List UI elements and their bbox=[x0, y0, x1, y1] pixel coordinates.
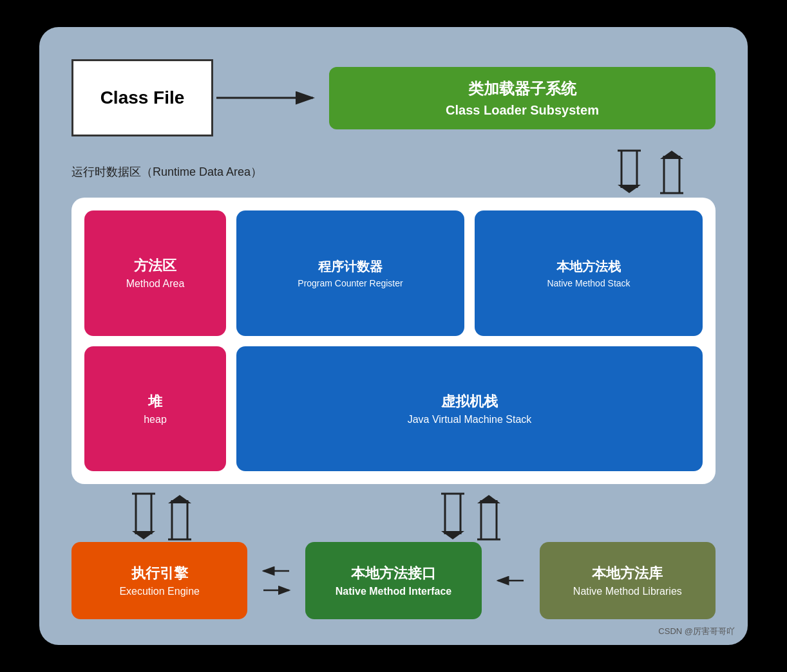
runtime-top-row: 方法区 Method Area 堆 heap 程序计数器 Program Cou… bbox=[84, 210, 703, 471]
class-file-label: Class File bbox=[100, 88, 185, 108]
native-method-stack-en: Native Method Stack bbox=[547, 278, 630, 288]
jvm-stack-zh: 虚拟机栈 bbox=[441, 392, 498, 411]
main-diagram: Class File 类加载器子系统 Class Loader Subsyste… bbox=[39, 27, 748, 645]
class-file-box: Class File bbox=[71, 59, 213, 136]
h-arrows-right bbox=[495, 542, 527, 619]
jvm-stack-box: 虚拟机栈 Java Virtual Machine Stack bbox=[236, 346, 703, 472]
native-method-stack-zh: 本地方法栈 bbox=[556, 258, 621, 275]
jvm-stack-en: Java Virtual Machine Stack bbox=[408, 414, 532, 425]
method-area-en: Method Area bbox=[126, 278, 185, 290]
left-column: 方法区 Method Area 堆 heap bbox=[84, 210, 226, 471]
native-method-libraries-en: Native Method Libraries bbox=[573, 586, 682, 597]
program-counter-en: Program Counter Register bbox=[298, 278, 403, 288]
svg-marker-26 bbox=[477, 495, 500, 503]
class-loader-zh: 类加载器子系统 bbox=[468, 79, 576, 99]
execution-engine-zh: 执行引擎 bbox=[131, 564, 188, 583]
bottom-arrows-row bbox=[71, 490, 716, 542]
class-file-arrow bbox=[213, 85, 329, 111]
right-top-row: 程序计数器 Program Counter Register 本地方法栈 Nat… bbox=[236, 210, 703, 336]
method-area-zh: 方法区 bbox=[134, 256, 176, 275]
svg-marker-18 bbox=[168, 495, 191, 503]
method-area-box: 方法区 Method Area bbox=[84, 210, 226, 336]
svg-marker-6 bbox=[618, 185, 641, 193]
class-loader-en: Class Loader Subsystem bbox=[446, 103, 599, 118]
heap-zh: 堆 bbox=[148, 392, 162, 411]
program-counter-box: 程序计数器 Program Counter Register bbox=[236, 210, 464, 336]
class-loader-box: 类加载器子系统 Class Loader Subsystem bbox=[329, 67, 716, 129]
svg-marker-10 bbox=[660, 151, 683, 159]
native-method-interface-zh: 本地方法接口 bbox=[351, 564, 436, 583]
bottom-boxes-row: 执行引擎 Execution Engine bbox=[71, 542, 716, 619]
h-arrows-left bbox=[260, 542, 292, 619]
native-method-interface-box: 本地方法接口 Native Method Interface bbox=[305, 542, 481, 619]
native-method-stack-box: 本地方法栈 Native Method Stack bbox=[475, 210, 703, 336]
native-method-libraries-zh: 本地方法库 bbox=[592, 564, 663, 583]
runtime-label: 运行时数据区（Runtime Data Area） bbox=[71, 164, 262, 180]
native-method-interface-en: Native Method Interface bbox=[336, 586, 451, 597]
watermark: CSDN @厉害哥哥吖 bbox=[658, 626, 735, 637]
svg-marker-22 bbox=[441, 531, 464, 539]
top-section: Class File 类加载器子系统 Class Loader Subsyste… bbox=[71, 53, 716, 143]
program-counter-zh: 程序计数器 bbox=[318, 258, 383, 275]
heap-en: heap bbox=[144, 414, 167, 425]
native-method-libraries-box: 本地方法库 Native Method Libraries bbox=[540, 542, 716, 619]
execution-engine-en: Execution Engine bbox=[119, 586, 200, 597]
svg-marker-14 bbox=[132, 531, 155, 539]
heap-box: 堆 heap bbox=[84, 346, 226, 472]
runtime-area: 方法区 Method Area 堆 heap 程序计数器 Program Cou… bbox=[71, 198, 716, 484]
execution-engine-box: 执行引擎 Execution Engine bbox=[71, 542, 247, 619]
right-column: 程序计数器 Program Counter Register 本地方法栈 Nat… bbox=[236, 210, 703, 471]
